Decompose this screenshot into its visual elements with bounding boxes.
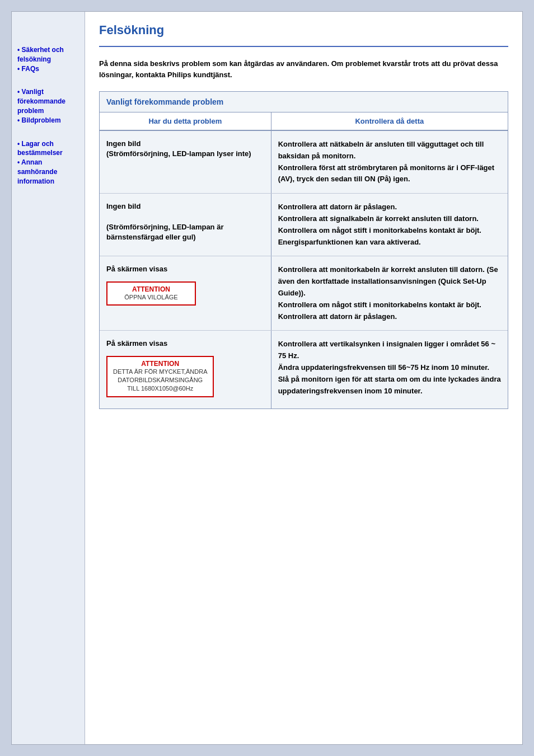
attention-box-3: ATTENTION ÖPPNA VILOLÄGE [106, 281, 196, 306]
attention-label-4: ATTENTION [113, 360, 207, 368]
problem-prefix-3: På skärmen visas [106, 264, 264, 274]
problem-cell-3: På skärmen visas ATTENTION ÖPPNA VILOLÄG… [100, 256, 271, 331]
sidebar-link-sakerhet[interactable]: Säkerhet och felsökning [17, 45, 79, 64]
table-row: På skärmen visas ATTENTION ÖPPNA VILOLÄG… [100, 256, 508, 331]
sidebar-group-3: Lagar och bestämmelser Annan samhörande … [17, 139, 79, 186]
solution-cell-4: Kontrollera att vertikalsynken i insigna… [271, 331, 508, 408]
problems-box: Vanligt förekommande problem Har du dett… [99, 91, 508, 409]
sidebar-link-vanligt[interactable]: Vanligt förekommande problem [17, 87, 79, 115]
table-row: På skärmen visas ATTENTION DETTA ÄR FÖR … [100, 331, 508, 408]
problem-title-1: Ingen bild(Strömförsörjning, LED-lampan … [106, 139, 264, 159]
page-wrapper: Säkerhet och felsökning FAQs Vanligt för… [11, 11, 523, 745]
intro-text: På denna sida beskrivs problem som kan å… [99, 58, 508, 80]
attention-text-3: ÖPPNA VILOLÄGE [113, 293, 189, 302]
title-divider [99, 46, 508, 47]
attention-box-4: ATTENTION DETTA ÄR FÖR MYCKET,ÄNDRADATOR… [106, 356, 214, 397]
page-title: Felsökning [99, 23, 508, 37]
attention-label-3: ATTENTION [113, 285, 189, 293]
col-header-solution: Kontrollera då detta [271, 112, 508, 130]
problem-cell-4: På skärmen visas ATTENTION DETTA ÄR FÖR … [100, 331, 271, 408]
sidebar-link-annan[interactable]: Annan samhörande information [17, 158, 79, 186]
solution-text-2: Kontrollera att datorn är påslagen. Kont… [278, 201, 501, 248]
attention-text-4: DETTA ÄR FÖR MYCKET,ÄNDRADATORBILDSKÄRMS… [113, 368, 207, 393]
sidebar-link-bildproblem[interactable]: Bildproblem [17, 116, 79, 125]
solution-cell-1: Kontrollera att nätkabeln är ansluten ti… [271, 130, 508, 194]
problems-box-title: Vanligt förekommande problem [100, 92, 508, 112]
problem-prefix-4: På skärmen visas [106, 339, 264, 349]
problem-title-2: Ingen bild(Strömförsörjning, LED-lampan … [106, 201, 264, 242]
solution-cell-3: Kontrollera att monitorkabeln är korrekt… [271, 256, 508, 331]
sidebar-link-faqs[interactable]: FAQs [17, 64, 79, 74]
problem-cell-1: Ingen bild(Strömförsörjning, LED-lampan … [100, 130, 271, 194]
table-row: Ingen bild(Strömförsörjning, LED-lampan … [100, 130, 508, 194]
sidebar-group-2: Vanligt förekommande problem Bildproblem [17, 87, 79, 125]
sidebar-link-lagar[interactable]: Lagar och bestämmelser [17, 139, 79, 158]
sidebar: Säkerhet och felsökning FAQs Vanligt för… [12, 12, 85, 744]
solution-text-3: Kontrollera att monitorkabeln är korrekt… [278, 264, 501, 322]
solution-text-4: Kontrollera att vertikalsynken i insigna… [278, 339, 501, 397]
solution-text-1: Kontrollera att nätkabeln är ansluten ti… [278, 139, 501, 185]
table-row: Ingen bild(Strömförsörjning, LED-lampan … [100, 194, 508, 256]
main-content: Felsökning På denna sida beskrivs proble… [85, 12, 522, 744]
sidebar-group-1: Säkerhet och felsökning FAQs [17, 45, 79, 73]
problems-table: Har du detta problem Kontrollera då dett… [100, 112, 508, 408]
solution-cell-2: Kontrollera att datorn är påslagen. Kont… [271, 194, 508, 256]
problem-cell-2: Ingen bild(Strömförsörjning, LED-lampan … [100, 194, 271, 256]
col-header-problem: Har du detta problem [100, 112, 271, 130]
